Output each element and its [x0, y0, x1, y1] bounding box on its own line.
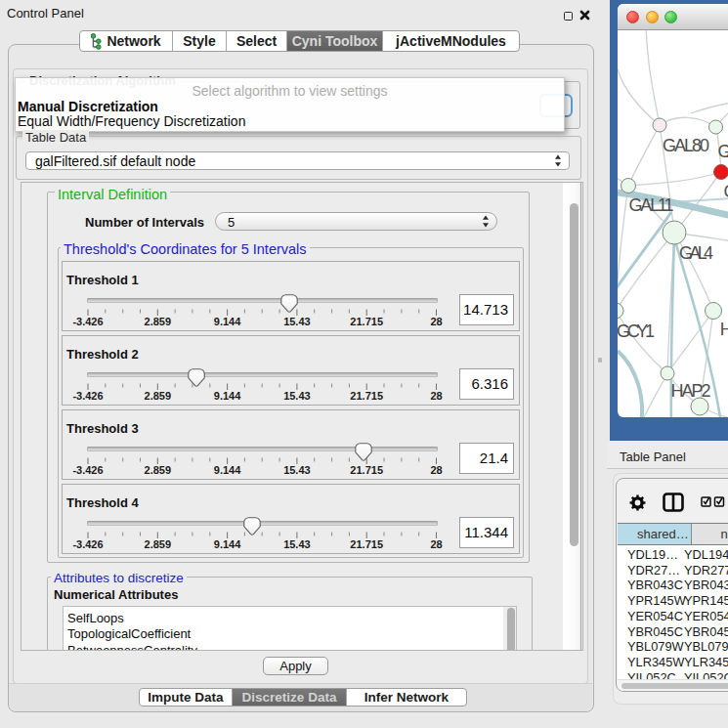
svg-text:C: C: [724, 182, 728, 201]
svg-text:H: H: [720, 320, 728, 339]
svg-text:HAP2: HAP2: [671, 381, 711, 401]
svg-text:GA: GA: [718, 142, 728, 161]
svg-text:GAL80: GAL80: [663, 136, 709, 155]
svg-text:GAL11: GAL11: [629, 195, 674, 215]
svg-text:GAL4: GAL4: [679, 243, 713, 263]
svg-text:GCY1: GCY1: [618, 321, 655, 341]
